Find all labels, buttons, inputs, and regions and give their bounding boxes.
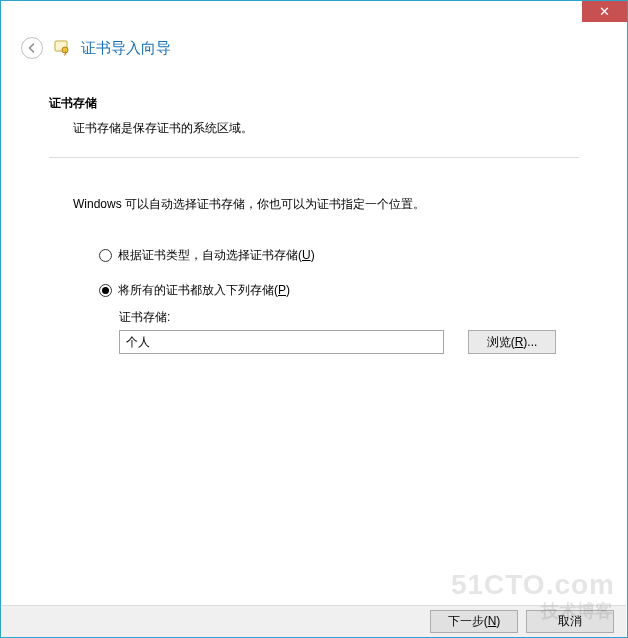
cancel-button[interactable]: 取消 (526, 610, 614, 633)
footer: 下一步(N) 取消 (2, 605, 626, 637)
instruction-text: Windows 可以自动选择证书存储，你也可以为证书指定一个位置。 (49, 196, 579, 213)
watermark-logo: 51CTO.com (451, 569, 615, 601)
titlebar: ✕ (1, 1, 627, 31)
content-area: 证书存储 证书存储是保存证书的系统区域。 Windows 可以自动选择证书存储，… (1, 73, 627, 354)
store-row: 浏览(R)... (119, 330, 579, 354)
certificate-icon (53, 39, 71, 57)
certificate-store-input[interactable] (119, 330, 444, 354)
store-label: 证书存储: (119, 309, 579, 326)
section-description: 证书存储是保存证书的系统区域。 (49, 120, 579, 137)
browse-button[interactable]: 浏览(R)... (468, 330, 556, 354)
wizard-title: 证书导入向导 (81, 39, 171, 58)
next-button[interactable]: 下一步(N) (430, 610, 518, 633)
radio-group: 根据证书类型，自动选择证书存储(U) 将所有的证书都放入下列存储(P) (49, 247, 579, 299)
header-row: 证书导入向导 (1, 31, 627, 73)
radio-auto-label: 根据证书类型，自动选择证书存储(U) (118, 247, 315, 264)
close-button[interactable]: ✕ (582, 1, 627, 22)
divider (49, 157, 579, 158)
close-icon: ✕ (599, 4, 610, 19)
radio-place-label: 将所有的证书都放入下列存储(P) (118, 282, 290, 299)
wizard-window: ✕ 证书导入向导 证书存储 证书存储是保存证书的系统区域。 Windows 可以… (0, 0, 628, 638)
radio-selected-icon (102, 287, 109, 294)
radio-place-all[interactable]: 将所有的证书都放入下列存储(P) (99, 282, 579, 299)
radio-icon (99, 249, 112, 262)
back-button[interactable] (21, 37, 43, 59)
store-block: 证书存储: 浏览(R)... (49, 309, 579, 354)
back-arrow-icon (26, 42, 38, 54)
section-heading: 证书存储 (49, 95, 579, 112)
radio-auto-select[interactable]: 根据证书类型，自动选择证书存储(U) (99, 247, 579, 264)
radio-icon (99, 284, 112, 297)
